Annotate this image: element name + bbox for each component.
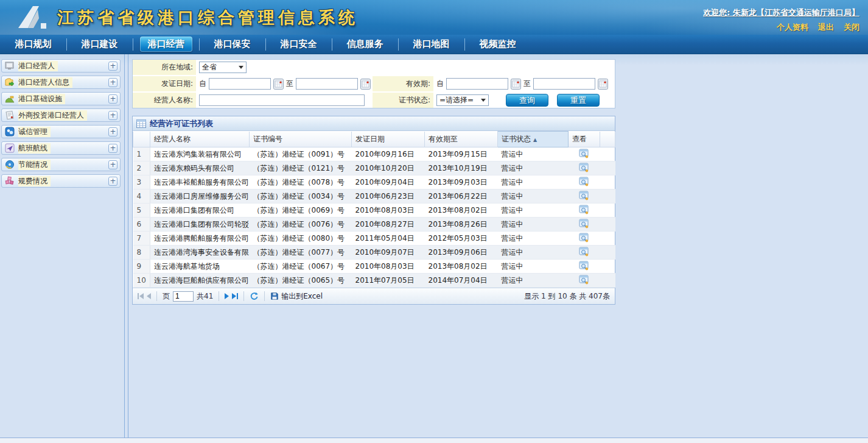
last-page-button[interactable] xyxy=(232,293,238,299)
cert-number-cell: （苏连）港经证（0077）号 xyxy=(250,246,352,260)
main-content: 所在地域: 全省 发证日期: 自 至 xyxy=(132,54,615,438)
close-link[interactable]: 关闭 xyxy=(844,22,859,33)
expand-plus-button[interactable]: + xyxy=(108,160,117,169)
table-icon xyxy=(136,119,146,128)
nav-tab[interactable]: 港口地图 xyxy=(398,35,464,54)
expand-plus-button[interactable]: + xyxy=(108,94,117,104)
cert-status-cell: 营运中 xyxy=(498,161,569,175)
operator-name-cell: 连云港港湾海事安全设备有限... xyxy=(150,246,250,260)
prev-page-button[interactable] xyxy=(147,293,151,299)
nav-tab[interactable]: 港口安全 xyxy=(265,35,332,54)
operator-name-input[interactable] xyxy=(199,94,365,106)
col-view[interactable]: 查看 xyxy=(569,132,600,147)
sidebar-item[interactable]: 港口经营人 + xyxy=(1,59,121,73)
expand-plus-button[interactable]: + xyxy=(108,111,117,120)
expand-plus-button[interactable]: + xyxy=(108,144,117,153)
col-cert-number[interactable]: 证书编号 xyxy=(250,132,352,147)
sort-asc-icon: ▲ xyxy=(533,137,537,143)
issue-date-from-input[interactable] xyxy=(209,78,271,90)
nav-tab[interactable]: 港口建设 xyxy=(66,35,133,54)
cert-number-cell: （苏连）港经证（0034）号 xyxy=(250,190,352,204)
page-body: 港口经营人 + 港口经营人信息 + 港口基础设施 + 外商投资港口经营人 + 诚… xyxy=(0,54,868,438)
issue-date-to-input[interactable] xyxy=(296,78,358,90)
sidebar-item[interactable]: 外商投资港口经营人 + xyxy=(1,108,121,122)
expand-plus-button[interactable]: + xyxy=(108,78,117,87)
view-icon[interactable] xyxy=(579,163,589,172)
cert-status-cell: 营运中 xyxy=(498,147,569,161)
cert-status-select[interactable]: =请选择= xyxy=(436,94,489,106)
first-page-button[interactable] xyxy=(138,293,144,299)
reset-button[interactable]: 重置 xyxy=(557,94,600,107)
valid-until-cell: 2012年05月03日 xyxy=(425,232,498,246)
operator-name-cell: 连云港港口集团有限公司 xyxy=(150,204,250,218)
operator-name-label: 经营人名称: xyxy=(133,93,196,108)
view-icon[interactable] xyxy=(579,191,589,200)
profile-link[interactable]: 个人资料 xyxy=(777,22,808,33)
view-icon[interactable] xyxy=(579,275,589,285)
refresh-button[interactable] xyxy=(250,292,259,301)
cert-number-cell: （苏连）港经证（0121）号 xyxy=(250,161,352,175)
view-icon[interactable] xyxy=(579,233,589,243)
valid-until-cell: 2013年08月02日 xyxy=(425,204,498,218)
nav-tab[interactable]: 港口保安 xyxy=(199,35,265,54)
view-icon[interactable] xyxy=(579,247,589,257)
row-number: 1 xyxy=(133,147,150,161)
expand-plus-button[interactable]: + xyxy=(108,127,117,136)
row-number: 8 xyxy=(133,246,150,260)
sidebar-item[interactable]: 航班航线 + xyxy=(1,141,121,155)
nav-tab[interactable]: 视频监控 xyxy=(464,35,531,54)
valid-until-cell: 2013年09月15日 xyxy=(425,147,498,161)
col-operator-name[interactable]: 经营人名称 xyxy=(150,132,250,147)
calendar-icon[interactable] xyxy=(360,79,371,90)
record-summary: 显示 1 到 10 条 共 407条 xyxy=(524,291,610,302)
row-number: 4 xyxy=(133,190,150,204)
view-icon[interactable] xyxy=(579,219,589,229)
sidebar-item[interactable]: 规费情况 + xyxy=(1,174,121,188)
region-label: 所在地域: xyxy=(133,60,196,75)
issue-date-cell: 2010年10月20日 xyxy=(352,161,425,175)
calendar-icon[interactable] xyxy=(598,79,608,90)
cert-status-select-value: =请选择= xyxy=(439,95,474,105)
nav-tab[interactable]: 港口规划 xyxy=(0,35,66,54)
view-icon[interactable] xyxy=(579,205,589,214)
region-select[interactable]: 全省 xyxy=(199,62,247,73)
issue-date-cell: 2010年08月03日 xyxy=(352,204,425,218)
col-cert-status[interactable]: 证书状态▲ xyxy=(498,132,569,147)
col-filler xyxy=(600,132,615,147)
nav-tab[interactable]: 信息服务 xyxy=(332,35,398,54)
logout-link[interactable]: 退出 xyxy=(818,22,834,33)
view-icon[interactable] xyxy=(579,177,589,186)
sidebar-item[interactable]: 诚信管理 + xyxy=(1,125,121,138)
validity-from-input[interactable] xyxy=(446,78,508,90)
sidebar-item[interactable]: 港口基础设施 + xyxy=(1,92,121,105)
calendar-icon[interactable] xyxy=(273,79,284,90)
view-icon[interactable] xyxy=(579,261,589,271)
issue-date-cell: 2010年08月27日 xyxy=(352,218,425,232)
col-valid-until[interactable]: 有效期至 xyxy=(425,132,498,147)
issue-date-cell: 2010年09月16日 xyxy=(352,147,425,161)
sidebar: 港口经营人 + 港口经营人信息 + 港口基础设施 + 外商投资港口经营人 + 诚… xyxy=(0,54,122,438)
sidebar-item[interactable]: 港口经营人信息 + xyxy=(1,76,121,89)
expand-plus-button[interactable]: + xyxy=(108,177,117,186)
sidebar-item[interactable]: 节能情况 + xyxy=(1,158,121,171)
search-panel: 所在地域: 全省 发证日期: 自 至 xyxy=(132,59,615,108)
export-excel-button[interactable]: 输出到Excel xyxy=(270,291,323,302)
view-icon[interactable] xyxy=(579,149,589,158)
next-page-button[interactable] xyxy=(225,293,229,299)
calendar-icon[interactable] xyxy=(511,79,521,90)
page-input[interactable] xyxy=(173,291,194,302)
row-number: 10 xyxy=(133,274,150,288)
col-issue-date[interactable]: 发证日期 xyxy=(352,132,425,147)
issue-date-label: 发证日期: xyxy=(133,76,196,91)
validity-to-input[interactable] xyxy=(533,78,595,90)
table-row: 2 连云港东粮码头有限公司 （苏连）港经证（0121）号 2010年10月20日… xyxy=(133,161,615,175)
issue-date-cell: 2010年09月07日 xyxy=(352,246,425,260)
query-button[interactable]: 查询 xyxy=(506,94,548,107)
app-logo-icon xyxy=(17,5,49,30)
expand-plus-button[interactable]: + xyxy=(108,62,117,71)
chevron-down-icon xyxy=(481,99,486,104)
nav-tab[interactable]: 港口经营 xyxy=(133,35,199,54)
cert-number-cell: （苏连）港经证（0078）号 xyxy=(250,175,352,190)
valid-until-cell: 2013年09月03日 xyxy=(425,175,498,190)
table-row: 8 连云港港湾海事安全设备有限... （苏连）港经证（0077）号 2010年0… xyxy=(133,246,615,260)
